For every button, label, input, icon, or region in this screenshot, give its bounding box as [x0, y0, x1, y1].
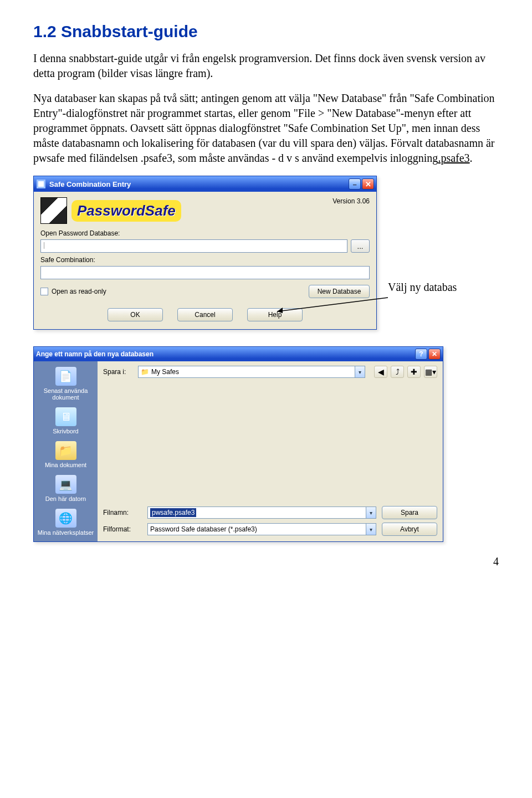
place-computer[interactable]: 💻 Den här datorn: [35, 473, 96, 504]
chevron-down-icon: ▾: [366, 507, 376, 518]
up-folder-button[interactable]: ⤴: [391, 366, 404, 378]
dialog-title: Ange ett namn på den nya databasen: [36, 350, 415, 358]
save-button[interactable]: Spara: [382, 506, 437, 519]
app-brand: PasswordSafe: [71, 200, 181, 222]
savein-combo[interactable]: 📁 My Safes ▾: [138, 366, 365, 378]
network-icon: 🌐: [55, 509, 76, 528]
new-database-button[interactable]: New Database: [309, 285, 370, 298]
file-list-area[interactable]: [103, 381, 437, 506]
place-label: Skrivbord: [53, 428, 78, 434]
computer-icon: 💻: [55, 475, 76, 494]
places-sidebar: 📄 Senast använda dokument 🖥 Skrivbord 📁 …: [34, 361, 98, 541]
titlebar: Safe Combination Entry – ✕: [34, 176, 376, 192]
database-path-input[interactable]: |: [40, 239, 347, 253]
body-paragraph: Nya databaser kan skapas på två sätt; an…: [33, 91, 499, 166]
filename-label: Filnamn:: [103, 509, 142, 516]
save-as-dialog: Ange ett namn på den nya databasen ? ✕ 📄…: [33, 346, 443, 542]
section-heading: 1.2 Snabbstart-guide: [33, 22, 499, 41]
new-folder-button[interactable]: ✚: [407, 366, 421, 378]
minimize-button[interactable]: –: [349, 178, 361, 190]
cancel-button[interactable]: Cancel: [177, 308, 233, 321]
folder-icon: 📁: [55, 441, 76, 460]
close-button[interactable]: ✕: [362, 178, 374, 190]
browse-button[interactable]: ...: [351, 239, 370, 253]
body-underlined: .psafe3: [438, 152, 469, 164]
app-logo: [40, 197, 67, 224]
views-button[interactable]: ▦▾: [424, 366, 437, 378]
checkbox-icon: [40, 288, 48, 295]
savein-label: Spara i:: [103, 368, 134, 376]
help-button[interactable]: Help: [247, 308, 303, 321]
filetype-label: Filformat:: [103, 525, 142, 533]
place-label: Den här datorn: [45, 495, 86, 502]
place-label: Mina nätverksplatser: [38, 529, 94, 536]
chevron-down-icon: ▾: [366, 524, 376, 535]
back-button[interactable]: ◀: [374, 366, 387, 378]
place-network[interactable]: 🌐 Mina nätverksplatser: [35, 507, 96, 538]
place-label: Senast använda dokument: [36, 387, 95, 401]
intro-paragraph: I denna snabbstart-guide utgår vi från e…: [33, 51, 499, 81]
folder-icon: 📁: [141, 368, 149, 376]
place-label: Mina dokument: [45, 462, 86, 468]
chevron-down-icon: ▾: [355, 366, 365, 377]
readonly-checkbox[interactable]: Open as read-only: [40, 288, 106, 295]
safe-combination-dialog: Safe Combination Entry – ✕ PasswordSafe …: [33, 176, 377, 330]
safe-combination-input[interactable]: [40, 266, 370, 279]
place-desktop[interactable]: 🖥 Skrivbord: [35, 405, 96, 437]
version-label: Version 3.06: [332, 197, 370, 205]
dialog-title: Safe Combination Entry: [49, 180, 349, 188]
desktop-icon: 🖥: [55, 407, 76, 426]
close-button[interactable]: ✕: [428, 349, 441, 360]
filename-input[interactable]: pwsafe.psafe3 ▾: [147, 507, 376, 519]
svg-rect-1: [38, 181, 44, 187]
help-button[interactable]: ?: [415, 349, 427, 360]
place-mydocs[interactable]: 📁 Mina dokument: [35, 439, 96, 470]
cancel-button[interactable]: Avbryt: [382, 523, 437, 536]
readonly-label: Open as read-only: [52, 288, 106, 295]
open-db-label: Open Password Database:: [40, 229, 370, 237]
savein-value: My Safes: [151, 368, 179, 376]
ok-button[interactable]: OK: [108, 308, 163, 321]
place-recent[interactable]: 📄 Senast använda dokument: [35, 365, 96, 403]
filetype-combo[interactable]: Password Safe databaser (*.psafe3) ▾: [147, 523, 376, 535]
recent-icon: 📄: [55, 367, 76, 386]
app-icon: [36, 179, 46, 189]
filetype-value: Password Safe databaser (*.psafe3): [150, 525, 257, 533]
body-period: .: [470, 152, 473, 164]
annotation-text: Välj ny databas: [388, 281, 457, 294]
safe-combination-label: Safe Combination:: [40, 256, 370, 264]
page-number: 4: [33, 555, 499, 568]
filename-value: pwsafe.psafe3: [150, 508, 196, 517]
body-text: Nya databaser kan skapas på två sätt; an…: [33, 92, 495, 164]
titlebar: Ange ett namn på den nya databasen ? ✕: [34, 347, 443, 361]
